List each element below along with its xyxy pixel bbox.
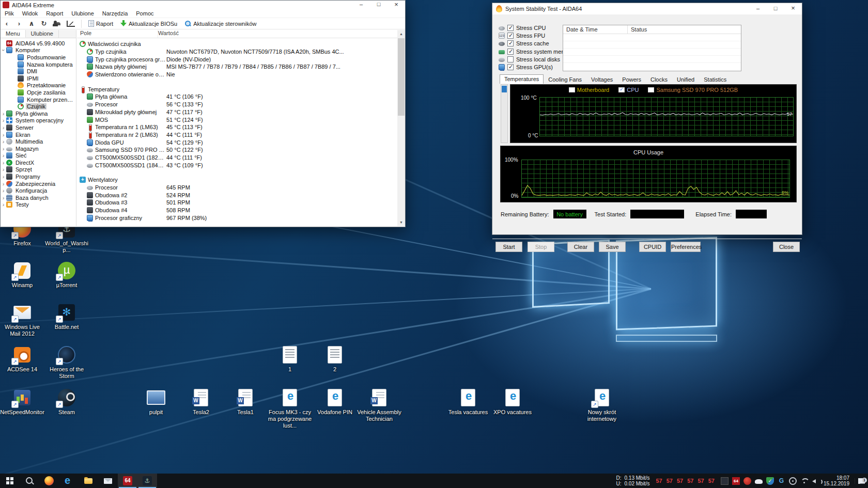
sensor-row[interactable]: Samsung SSD 970 PRO 512GB 50 °C (122 °F) bbox=[77, 146, 397, 154]
sst-titlebar[interactable]: System Stability Test - AIDA64 bbox=[492, 3, 802, 14]
stress-checkbox[interactable] bbox=[507, 25, 514, 31]
clear-button[interactable]: Clear bbox=[567, 242, 594, 252]
desktop-icon[interactable]: Focus MK3 - czy ma podgrzewane lust... bbox=[268, 388, 312, 429]
taskbar-app-button[interactable] bbox=[20, 474, 39, 488]
taskbar-app-button[interactable] bbox=[79, 474, 98, 488]
desktop-icon[interactable]: 2 bbox=[313, 345, 357, 373]
taskbar-app-button[interactable] bbox=[137, 474, 157, 488]
tray-icon[interactable] bbox=[800, 477, 808, 485]
tree-item[interactable]: Multimedia bbox=[1, 138, 76, 145]
tray-icon[interactable] bbox=[789, 477, 797, 485]
sensor-row[interactable]: Obudowa #2 524 RPM bbox=[77, 191, 397, 199]
expand-arrow-icon[interactable] bbox=[1, 111, 6, 117]
up-icon[interactable]: ∧ bbox=[25, 20, 38, 27]
desktop-icon[interactable]: Tesla2 bbox=[179, 388, 223, 416]
clock[interactable]: 18:07 15.12.2019 bbox=[824, 475, 849, 486]
action-center-button[interactable]: 1 bbox=[855, 478, 868, 484]
report-button[interactable]: Raport bbox=[85, 18, 117, 29]
desktop-icon[interactable]: µTorrent bbox=[44, 261, 89, 289]
stress-checkbox[interactable] bbox=[507, 49, 514, 55]
save-button[interactable]: Save bbox=[599, 242, 626, 252]
desktop-icon[interactable]: pulpit bbox=[134, 388, 178, 416]
stress-checkbox[interactable] bbox=[507, 64, 514, 70]
tree-item[interactable]: Przetaktowanie bbox=[1, 82, 76, 89]
sensor-row[interactable]: Procesor graficzny 967 RPM (38%) bbox=[77, 214, 397, 222]
tray-icon[interactable] bbox=[755, 479, 763, 484]
driver-updates-button[interactable]: Aktualizacje sterowników bbox=[181, 18, 260, 29]
desktop-icon[interactable]: Windows Live Mail 2012 bbox=[0, 303, 44, 337]
tree-item[interactable]: Sieć bbox=[1, 152, 76, 160]
tree-item[interactable]: IPMI bbox=[1, 75, 76, 82]
graph-tab[interactable]: Cooling Fans bbox=[544, 75, 586, 84]
sensor-row[interactable]: Obudowa #3 501 RPM bbox=[77, 199, 397, 207]
legend-checkbox[interactable] bbox=[618, 87, 625, 92]
desktop-icon[interactable]: Tesla1 bbox=[223, 388, 268, 416]
graph-tab[interactable]: Clocks bbox=[646, 75, 672, 84]
tree-item[interactable]: Konfiguracja bbox=[1, 187, 76, 194]
desktop-icon[interactable]: Heroes of the Storm bbox=[44, 345, 89, 380]
menu-item[interactable]: Ulubione bbox=[67, 10, 98, 17]
scroll-down-icon[interactable]: ▼ bbox=[397, 218, 405, 226]
netspeed-readout[interactable]: D: 0.13 Mbit/s U: 0.02 Mbit/s bbox=[616, 475, 650, 486]
sensor-row[interactable]: Mikroukład płyty głównej 47 °C (117 °F) bbox=[77, 108, 397, 116]
expand-arrow-icon[interactable] bbox=[1, 152, 6, 159]
expand-arrow-icon[interactable] bbox=[1, 160, 6, 166]
graph-tab[interactable]: Unified bbox=[672, 75, 699, 84]
scrollbar-thumb[interactable] bbox=[398, 38, 405, 116]
tree-item[interactable]: Komputer bbox=[1, 47, 76, 54]
tree-item[interactable]: Magazyn bbox=[1, 145, 76, 152]
legend-checkbox[interactable] bbox=[648, 87, 654, 92]
expand-arrow-icon[interactable] bbox=[1, 187, 6, 194]
close-test-button[interactable]: Close bbox=[773, 242, 800, 252]
column-field[interactable]: Pole bbox=[77, 30, 158, 38]
start-button[interactable]: Start bbox=[495, 242, 522, 252]
tree-item[interactable]: Ekran bbox=[1, 131, 76, 138]
tray-icon[interactable] bbox=[721, 477, 729, 485]
taskbar-app-button[interactable] bbox=[0, 474, 20, 488]
aida64-titlebar[interactable]: AIDA64 Extreme bbox=[1, 1, 405, 9]
tree-item[interactable]: Baza danych bbox=[1, 194, 76, 201]
expand-arrow-icon[interactable] bbox=[1, 181, 6, 187]
forward-icon[interactable]: › bbox=[13, 20, 25, 27]
tray-icon[interactable] bbox=[766, 477, 774, 485]
test-log-table[interactable]: Date & Time Status bbox=[563, 25, 741, 71]
graph-scale-slider[interactable] bbox=[501, 84, 508, 143]
tree-item[interactable]: Nazwa komputera bbox=[1, 61, 76, 68]
expand-arrow-icon[interactable] bbox=[1, 201, 6, 208]
vertical-scrollbar[interactable]: ▲ ▼ bbox=[397, 30, 405, 226]
desktop-icon[interactable]: ACDSee 14 bbox=[0, 345, 44, 373]
close-button[interactable] bbox=[784, 3, 802, 14]
tree-item[interactable]: Testy bbox=[1, 201, 76, 209]
sensor-row[interactable]: Właściwości czujnika bbox=[77, 40, 397, 48]
desktop-icon[interactable]: Tesla vacatures bbox=[446, 388, 490, 416]
expand-arrow-icon[interactable] bbox=[1, 47, 6, 53]
tree-item[interactable]: Podsumowanie bbox=[1, 54, 76, 61]
taskbar-app-button[interactable] bbox=[39, 474, 59, 488]
desktop-icon[interactable]: Battle.net bbox=[44, 303, 89, 330]
menu-item[interactable]: Pomoc bbox=[132, 10, 158, 17]
sensor-row[interactable]: Temperatury bbox=[77, 85, 397, 93]
graph-tab[interactable]: Voltages bbox=[586, 75, 617, 84]
desktop-icon[interactable]: Winamp bbox=[0, 261, 44, 289]
stress-checkbox[interactable] bbox=[507, 33, 514, 39]
desktop-icon[interactable]: XPO vacatures bbox=[490, 388, 535, 416]
legend-item[interactable]: Motherboard bbox=[569, 87, 609, 93]
tree-item[interactable]: AIDA64 v5.99.4900 bbox=[1, 40, 76, 47]
graph-tab[interactable]: Statistics bbox=[699, 75, 731, 84]
expand-arrow-icon[interactable] bbox=[1, 166, 6, 172]
tray-icon[interactable] bbox=[743, 477, 751, 485]
expand-arrow-icon[interactable] bbox=[1, 117, 6, 123]
sensor-row[interactable]: CT500MX500SSD1 (1845E1D... 43 °C (109 °F… bbox=[77, 161, 397, 169]
sensor-row[interactable]: Wentylatory bbox=[77, 176, 397, 184]
graph-tab[interactable]: Powers bbox=[617, 75, 646, 84]
sensor-row[interactable]: Stwierdzono otwieranie obu... Nie bbox=[77, 71, 397, 78]
taskbar-app-button[interactable] bbox=[98, 474, 118, 488]
refresh-icon[interactable]: ↻ bbox=[38, 20, 50, 27]
taskbar-app-button[interactable] bbox=[118, 474, 137, 488]
tree-item[interactable]: DirectX bbox=[1, 159, 76, 166]
expand-arrow-icon[interactable] bbox=[1, 132, 6, 138]
minimize-button[interactable] bbox=[749, 3, 767, 14]
legend-item[interactable]: Samsung SSD 970 PRO 512GB bbox=[648, 87, 738, 93]
sensor-row[interactable]: Nazwa płyty głównej MSI MS-7B77 / 7B78 /… bbox=[77, 63, 397, 71]
sensor-row[interactable] bbox=[77, 169, 397, 176]
